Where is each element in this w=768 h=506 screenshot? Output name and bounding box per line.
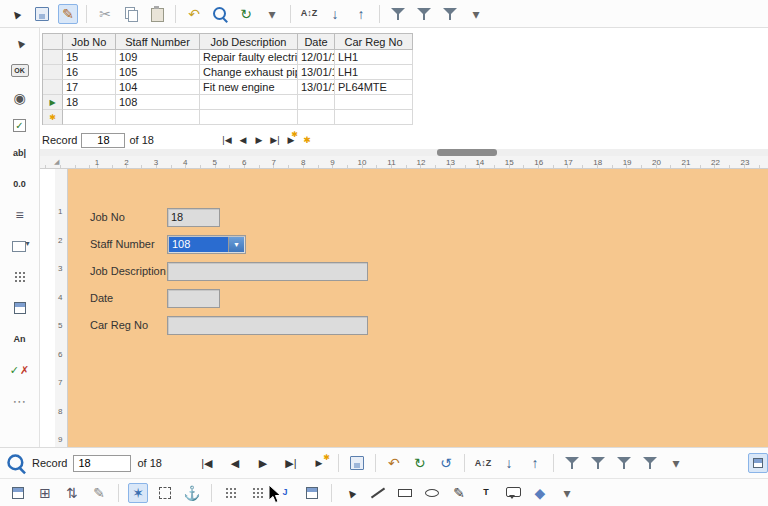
open-in-design-mode-icon[interactable]: ✎ (89, 483, 109, 503)
activation-order-icon[interactable]: ⇅ (62, 483, 82, 503)
first-record-icon[interactable]: |◀ (220, 130, 234, 150)
refresh-icon[interactable]: ↻ (410, 453, 430, 473)
auto-filter-icon[interactable] (388, 4, 408, 24)
standard-filter-icon[interactable] (440, 4, 460, 24)
horizontal-scrollbar[interactable] (40, 149, 768, 156)
auto-filter-icon[interactable] (562, 453, 582, 473)
more-controls-icon[interactable] (10, 267, 30, 287)
cell[interactable]: Fit new engine (200, 80, 298, 95)
automatic-control-focus-icon[interactable] (10, 360, 30, 380)
combo-box-icon[interactable] (10, 236, 30, 256)
copy-icon[interactable] (121, 4, 141, 24)
cell[interactable]: 104 (116, 80, 200, 95)
text-box-icon[interactable]: T (476, 483, 496, 503)
save-current-record-icon[interactable]: ✱ (300, 130, 314, 150)
new-record-icon[interactable] (308, 453, 330, 473)
cell[interactable]: Repair faulty electri (200, 50, 298, 65)
reset-filter-sort-icon[interactable] (640, 453, 660, 473)
list-box-icon[interactable]: ≡ (10, 205, 30, 225)
add-field-icon[interactable]: ⊞ (35, 483, 55, 503)
cell[interactable] (116, 110, 200, 125)
current-record-marker[interactable]: ▶ (43, 95, 63, 110)
apply-filter-icon[interactable] (588, 453, 608, 473)
toolbar-options-icon[interactable]: ⋯ (10, 391, 30, 411)
design-mode-toggle-icon[interactable] (748, 453, 768, 473)
push-button-icon[interactable]: OK (11, 64, 29, 77)
form-design-canvas[interactable]: Job No18Staff Number108▼Job DescriptionD… (68, 169, 768, 447)
filter-menu-icon[interactable]: ▾ (466, 4, 486, 24)
callouts-icon[interactable] (503, 483, 523, 503)
column-header[interactable]: Job No (63, 34, 116, 50)
cell[interactable] (298, 110, 335, 125)
column-header[interactable]: Job Description (200, 34, 298, 50)
form-design-icon[interactable] (10, 298, 30, 318)
sort-ascending-icon[interactable]: ↓ (325, 4, 345, 24)
last-record-icon[interactable]: ▶| (268, 130, 282, 150)
first-record-icon[interactable]: |◀ (196, 453, 218, 473)
cell[interactable]: Change exhaust pip (200, 65, 298, 80)
cell[interactable] (335, 110, 413, 125)
option-button-icon[interactable]: ◉ (10, 88, 30, 108)
rectangle-icon[interactable] (395, 483, 415, 503)
staff-number-combobox[interactable]: 108▼ (167, 235, 246, 254)
select-icon[interactable]: ▲ (2, 0, 30, 28)
cell[interactable]: LH1 (335, 65, 413, 80)
snap-to-grid-icon[interactable] (248, 483, 268, 503)
refresh-control-icon[interactable]: ↺ (436, 453, 456, 473)
display-grid-icon[interactable] (221, 483, 241, 503)
shapes-menu-icon[interactable]: ▾ (557, 483, 577, 503)
find-and-replace-icon[interactable] (210, 4, 230, 24)
cell[interactable]: 16 (63, 65, 116, 80)
undo-data-entry-icon[interactable]: ↶ (384, 453, 404, 473)
new-record-marker[interactable]: ✱ (43, 110, 63, 125)
data-grid[interactable]: Job NoStaff NumberJob DescriptionDateCar… (42, 33, 413, 125)
new-record-icon[interactable] (284, 130, 298, 150)
cell[interactable] (298, 95, 335, 110)
position-and-size-icon[interactable] (155, 483, 175, 503)
text-box-icon[interactable]: ab| (10, 143, 30, 163)
ellipse-icon[interactable] (422, 483, 442, 503)
job-no-field[interactable]: 18 (167, 208, 220, 227)
check-box-icon[interactable]: ✓ (13, 119, 26, 132)
basic-shapes-icon[interactable]: ◆ (530, 483, 550, 503)
row-selector[interactable] (43, 65, 63, 80)
sort-icon[interactable]: A↕Z (299, 4, 319, 24)
cell[interactable]: 13/01/17 (298, 80, 335, 95)
column-header[interactable]: Date (298, 34, 335, 50)
sort-ascending-icon[interactable]: ↓ (499, 453, 519, 473)
find-record-icon[interactable] (4, 451, 29, 476)
job-description-field[interactable] (167, 262, 368, 281)
date-field[interactable] (167, 289, 220, 308)
cut-icon[interactable]: ✂ (95, 4, 115, 24)
cell[interactable]: 17 (63, 80, 116, 95)
cell[interactable] (200, 110, 298, 125)
previous-record-icon[interactable]: ◀ (236, 130, 250, 150)
form-navigator-icon[interactable] (8, 483, 28, 503)
paste-icon[interactable] (147, 4, 167, 24)
line-icon[interactable] (368, 483, 388, 503)
cell[interactable]: 109 (116, 50, 200, 65)
sort-descending-icon[interactable]: ↑ (525, 453, 545, 473)
row-selector[interactable] (43, 50, 63, 65)
cell[interactable] (200, 95, 298, 110)
freeform-line-icon[interactable]: ✎ (449, 483, 469, 503)
cell[interactable] (335, 95, 413, 110)
column-header[interactable]: Staff Number (116, 34, 200, 50)
reload-icon[interactable]: ↻ (236, 4, 256, 24)
cell[interactable]: 108 (116, 95, 200, 110)
edit-form-icon[interactable]: ✎ (58, 4, 78, 24)
cell[interactable]: 15 (63, 50, 116, 65)
row-selector[interactable] (43, 80, 63, 95)
previous-record-icon[interactable]: ◀ (224, 453, 246, 473)
cell[interactable]: 13/01/17 (298, 65, 335, 80)
cell[interactable]: LH1 (335, 50, 413, 65)
control-wizards-icon[interactable]: ✶ (128, 483, 148, 503)
table-control-icon[interactable] (302, 483, 322, 503)
last-record-icon[interactable]: ▶| (280, 453, 302, 473)
car-reg-no-field[interactable] (167, 316, 368, 335)
reload-menu-icon[interactable]: ▾ (262, 4, 282, 24)
column-header[interactable]: Car Reg No (335, 34, 413, 50)
horizontal-ruler[interactable]: ◢ 1234567891011121314151617181920212223 (40, 156, 768, 169)
cell[interactable]: 18 (63, 95, 116, 110)
apply-filter-icon[interactable] (414, 4, 434, 24)
